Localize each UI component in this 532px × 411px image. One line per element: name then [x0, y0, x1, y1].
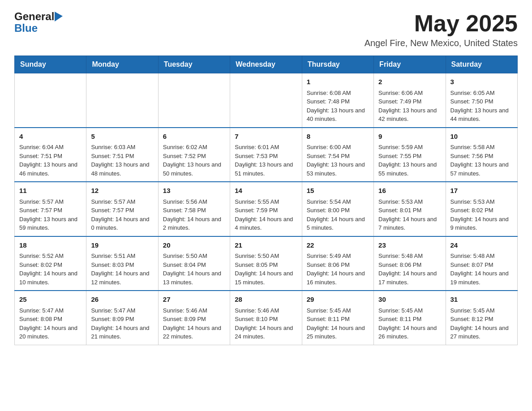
day-info: Sunset: 7:49 PM [378, 97, 441, 106]
day-info: Daylight: 13 hours and 57 minutes. [450, 160, 513, 178]
day-info: Sunset: 7:50 PM [450, 97, 513, 106]
calendar-cell: 17Sunrise: 5:53 AMSunset: 8:02 PMDayligh… [446, 182, 517, 236]
calendar-cell: 2Sunrise: 6:06 AMSunset: 7:49 PMDaylight… [374, 73, 446, 128]
day-info: Sunset: 7:58 PM [163, 206, 225, 215]
calendar-cell: 6Sunrise: 6:02 AMSunset: 7:52 PMDaylight… [158, 128, 230, 182]
day-number: 4 [19, 132, 82, 142]
day-info: Sunset: 8:00 PM [307, 206, 369, 215]
day-info: Daylight: 14 hours and 5 minutes. [307, 215, 369, 232]
day-info: Daylight: 14 hours and 0 minutes. [91, 215, 153, 232]
calendar-cell: 15Sunrise: 5:54 AMSunset: 8:00 PMDayligh… [302, 182, 373, 236]
day-info: Sunrise: 5:56 AM [163, 197, 225, 206]
day-info: Daylight: 14 hours and 22 minutes. [163, 324, 225, 341]
calendar-cell [86, 73, 158, 128]
calendar-week-row: 25Sunrise: 5:47 AMSunset: 8:08 PMDayligh… [15, 291, 518, 345]
day-info: Sunrise: 5:47 AM [19, 306, 82, 315]
day-info: Daylight: 14 hours and 7 minutes. [378, 215, 441, 232]
day-info: Daylight: 14 hours and 13 minutes. [163, 269, 225, 287]
calendar-cell: 23Sunrise: 5:48 AMSunset: 8:06 PMDayligh… [374, 236, 446, 291]
day-info: Daylight: 13 hours and 55 minutes. [378, 160, 441, 178]
logo-blue-text: Blue [14, 22, 38, 34]
day-info: Sunset: 8:11 PM [378, 315, 441, 324]
calendar-cell: 16Sunrise: 5:53 AMSunset: 8:01 PMDayligh… [374, 182, 446, 236]
day-header-thursday: Thursday [302, 56, 373, 73]
month-title: May 2025 [365, 11, 518, 36]
calendar-cell: 30Sunrise: 5:45 AMSunset: 8:11 PMDayligh… [374, 291, 446, 345]
day-info: Daylight: 13 hours and 59 minutes. [19, 215, 82, 232]
calendar-cell: 9Sunrise: 5:59 AMSunset: 7:55 PMDaylight… [374, 128, 446, 182]
day-info: Sunset: 8:08 PM [19, 315, 82, 324]
day-info: Sunset: 8:12 PM [450, 315, 513, 324]
calendar-cell [230, 73, 302, 128]
page-header: General Blue May 2025 Angel Fire, New Me… [14, 11, 518, 48]
logo: General Blue [14, 11, 63, 34]
day-info: Sunrise: 5:54 AM [307, 197, 369, 206]
day-number: 15 [307, 186, 369, 196]
day-info: Daylight: 14 hours and 9 minutes. [450, 215, 513, 232]
calendar-cell: 27Sunrise: 5:46 AMSunset: 8:09 PMDayligh… [158, 291, 230, 345]
calendar-cell: 18Sunrise: 5:52 AMSunset: 8:02 PMDayligh… [15, 236, 86, 291]
calendar-week-row: 4Sunrise: 6:04 AMSunset: 7:51 PMDaylight… [15, 128, 518, 182]
day-info: Daylight: 13 hours and 48 minutes. [91, 160, 153, 178]
calendar-cell: 7Sunrise: 6:01 AMSunset: 7:53 PMDaylight… [230, 128, 302, 182]
day-info: Daylight: 13 hours and 51 minutes. [235, 160, 297, 178]
day-info: Daylight: 14 hours and 15 minutes. [235, 269, 297, 287]
day-number: 24 [450, 240, 513, 251]
calendar-week-row: 18Sunrise: 5:52 AMSunset: 8:02 PMDayligh… [15, 236, 518, 291]
day-header-sunday: Sunday [15, 56, 86, 73]
day-info: Sunrise: 5:45 AM [378, 306, 441, 315]
title-block: May 2025 Angel Fire, New Mexico, United … [365, 11, 518, 48]
day-info: Sunset: 7:48 PM [307, 97, 369, 106]
location-title: Angel Fire, New Mexico, United States [365, 38, 518, 48]
day-number: 22 [307, 240, 369, 251]
day-info: Sunset: 8:02 PM [19, 261, 82, 270]
day-info: Daylight: 13 hours and 53 minutes. [307, 160, 369, 178]
day-info: Daylight: 14 hours and 17 minutes. [378, 269, 441, 287]
day-number: 31 [450, 295, 513, 305]
day-info: Sunrise: 5:52 AM [19, 252, 82, 261]
day-info: Daylight: 14 hours and 26 minutes. [378, 324, 441, 341]
day-info: Sunrise: 5:46 AM [235, 306, 297, 315]
day-header-wednesday: Wednesday [230, 56, 302, 73]
day-number: 18 [19, 240, 82, 251]
calendar-cell: 31Sunrise: 5:45 AMSunset: 8:12 PMDayligh… [446, 291, 517, 345]
day-info: Daylight: 14 hours and 20 minutes. [19, 324, 82, 341]
calendar-header-row: SundayMondayTuesdayWednesdayThursdayFrid… [15, 56, 518, 73]
calendar-cell: 3Sunrise: 6:05 AMSunset: 7:50 PMDaylight… [446, 73, 517, 128]
day-number: 8 [307, 132, 369, 142]
day-info: Daylight: 13 hours and 46 minutes. [19, 160, 82, 178]
day-info: Sunset: 7:54 PM [307, 152, 369, 161]
calendar-week-row: 1Sunrise: 6:08 AMSunset: 7:48 PMDaylight… [15, 73, 518, 128]
day-info: Sunrise: 6:04 AM [19, 143, 82, 152]
day-info: Sunset: 8:03 PM [91, 261, 153, 270]
day-info: Sunrise: 6:02 AM [163, 143, 225, 152]
day-info: Sunrise: 6:03 AM [91, 143, 153, 152]
calendar-cell: 19Sunrise: 5:51 AMSunset: 8:03 PMDayligh… [86, 236, 158, 291]
day-info: Sunrise: 6:06 AM [378, 89, 441, 98]
day-info: Sunset: 7:57 PM [91, 206, 153, 215]
day-info: Sunrise: 5:50 AM [163, 252, 225, 261]
day-info: Sunrise: 5:48 AM [378, 252, 441, 261]
day-info: Sunset: 8:10 PM [235, 315, 297, 324]
day-number: 17 [450, 186, 513, 196]
calendar-cell [158, 73, 230, 128]
day-info: Sunrise: 5:57 AM [19, 197, 82, 206]
day-info: Daylight: 14 hours and 4 minutes. [235, 215, 297, 232]
day-info: Daylight: 14 hours and 21 minutes. [91, 324, 153, 341]
calendar-cell: 13Sunrise: 5:56 AMSunset: 7:58 PMDayligh… [158, 182, 230, 236]
day-number: 21 [235, 240, 297, 251]
day-info: Sunrise: 5:45 AM [307, 306, 369, 315]
day-number: 2 [378, 77, 441, 87]
day-number: 11 [19, 186, 82, 196]
day-info: Daylight: 13 hours and 42 minutes. [378, 106, 441, 124]
day-info: Daylight: 13 hours and 50 minutes. [163, 160, 225, 178]
day-info: Sunrise: 5:48 AM [450, 252, 513, 261]
day-number: 26 [91, 295, 153, 305]
day-info: Sunset: 7:51 PM [19, 152, 82, 161]
day-number: 3 [450, 77, 513, 87]
day-info: Daylight: 14 hours and 2 minutes. [163, 215, 225, 232]
calendar-cell: 12Sunrise: 5:57 AMSunset: 7:57 PMDayligh… [86, 182, 158, 236]
calendar-week-row: 11Sunrise: 5:57 AMSunset: 7:57 PMDayligh… [15, 182, 518, 236]
calendar-table: SundayMondayTuesdayWednesdayThursdayFrid… [14, 56, 518, 345]
calendar-cell: 10Sunrise: 5:58 AMSunset: 7:56 PMDayligh… [446, 128, 517, 182]
